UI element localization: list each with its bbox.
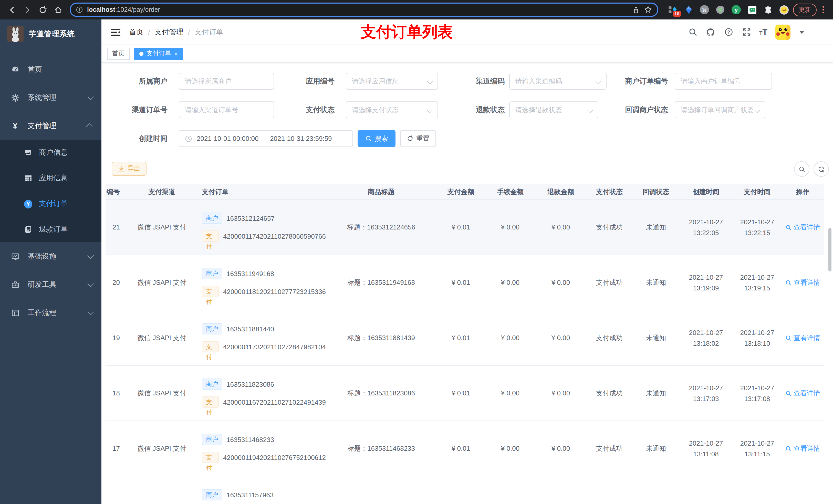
sidebar-item-pay-order[interactable]: ¥ 支付订单 [0, 191, 101, 217]
close-icon[interactable]: × [174, 50, 178, 56]
pay-tag: 支付 [202, 341, 219, 352]
search-button[interactable]: 搜索 [358, 130, 396, 147]
github-icon[interactable] [706, 27, 716, 37]
sidebar-item-workflow[interactable]: 工作流程 [0, 298, 101, 327]
documents-icon [24, 225, 32, 234]
shop-icon [24, 148, 32, 157]
sidebar-fold-icon[interactable] [109, 25, 123, 39]
export-button[interactable]: 导出 [112, 162, 146, 176]
sidebar-item-infra[interactable]: 基础设施 [0, 242, 101, 270]
sidebar-item-devtools[interactable]: 研发工具 [0, 270, 101, 298]
create-time-range-picker[interactable]: 2021-10-01 00:00:00 - 2021-10-31 23:59:5… [179, 130, 353, 147]
order-id-cell [105, 476, 126, 504]
extension-chat-icon[interactable] [747, 5, 757, 15]
pay-channel-cell: 微信 JSAPI 支付 [126, 255, 198, 310]
breadcrumb-pay-mgmt[interactable]: 支付管理 [155, 27, 184, 37]
reload-button[interactable] [36, 3, 49, 16]
tag-home[interactable]: 首页 [107, 47, 129, 60]
toggle-search-button[interactable] [794, 161, 809, 177]
chevron-down-icon [87, 252, 94, 259]
filter-label-refund-status: 退款状态 [461, 101, 505, 118]
dashboard-icon [11, 65, 20, 74]
fee-amount-cell [485, 476, 536, 504]
fee-amount-cell: ¥ 0.00 [485, 310, 536, 365]
extension-dot-icon[interactable] [715, 5, 725, 15]
user-menu-caret-icon[interactable] [799, 30, 804, 33]
pay-time-cell: 2021-10-2713:19:15 [733, 255, 782, 310]
view-detail-link[interactable]: 查看详情 [785, 444, 820, 453]
merchant-order-no: 1635311468233 [227, 436, 274, 443]
content: 所属商户 请选择所属商户 应用编号 请选择应用信息 渠道编码 请输入渠道编码 商… [101, 63, 833, 504]
merchant-order-no: 1635311881440 [227, 325, 274, 333]
view-detail-link[interactable]: 查看详情 [785, 333, 820, 342]
tag-pay-order[interactable]: 支付订单 × [134, 47, 183, 60]
filter-label-pay-status: 支付状态 [287, 101, 335, 118]
browser-update-button[interactable]: 更新 [793, 3, 817, 16]
sidebar-logo[interactable]: 芋道管理系统 [0, 20, 101, 48]
share-icon[interactable] [632, 6, 640, 14]
extension-emoji-icon[interactable] [779, 5, 789, 15]
home-button[interactable] [51, 3, 65, 16]
refund-status-select[interactable]: 请选择退款状态 [509, 101, 598, 118]
view-detail-link[interactable]: 查看详情 [785, 388, 820, 398]
search-icon[interactable] [688, 27, 698, 37]
help-icon[interactable]: ? [723, 27, 734, 37]
extension-y-icon[interactable]: y [731, 5, 741, 15]
font-size-icon[interactable]: TT [759, 27, 767, 37]
back-button[interactable] [5, 3, 19, 16]
channel-order-no-input[interactable]: 请输入渠道订单号 [179, 101, 274, 118]
reset-button[interactable]: 重置 [400, 130, 436, 147]
clock-icon [185, 135, 192, 142]
pay-order-no: 4200001174202110278060590766 [223, 232, 326, 240]
order-id-cell: 20 [105, 255, 126, 310]
extension-puzzle-icon[interactable] [763, 5, 773, 15]
pay-status-cell: 支付成功 [586, 421, 633, 476]
sidebar-item-app-info[interactable]: 应用信息 [0, 165, 101, 191]
sidebar: 芋道管理系统 首页 系统管理 ¥ 支付管 [0, 20, 101, 504]
col-amount: 支付金额 [436, 184, 485, 199]
extension-kite-icon[interactable] [684, 5, 694, 15]
page: localhost:1024/pay/order 10 ⌘ y [0, 0, 833, 504]
bookmark-star-icon[interactable] [644, 6, 652, 14]
avatar[interactable] [775, 24, 790, 40]
channel-code-select[interactable]: 请输入渠道编码 [509, 73, 606, 90]
pay-tag: 支付 [202, 397, 219, 408]
notify-status-select[interactable]: 请选择订单回调商户状态 [675, 101, 765, 118]
table-row: 17 微信 JSAPI 支付 商户 1635311468233 支付 42000… [105, 421, 824, 476]
merchant-select[interactable]: 请选择所属商户 [179, 73, 274, 90]
merchant-order-no: 1635311157963 [227, 491, 273, 499]
url-bar[interactable]: localhost:1024/pay/order [70, 3, 658, 17]
refund-amount-cell: ¥ 0.00 [536, 310, 586, 365]
app-select[interactable]: 请选择应用信息 [346, 73, 438, 90]
sidebar-item-label: 首页 [28, 65, 92, 74]
forward-button[interactable] [21, 3, 34, 16]
view-detail-link[interactable]: 查看详情 [785, 278, 820, 287]
sidebar-item-refund-order[interactable]: 退款订单 [0, 217, 101, 242]
merchant-order-no-input[interactable]: 请输入商户订单编号 [675, 73, 772, 90]
sidebar-item-system[interactable]: 系统管理 [0, 83, 101, 112]
scrollbar-thumb[interactable] [828, 228, 831, 271]
pay-order-cell: 商户 1635312124657 支付 42000011742021102780… [198, 200, 326, 255]
filter-label-channel-code: 渠道编码 [461, 73, 505, 90]
pay-status-select[interactable]: 请选择支付状态 [346, 101, 438, 118]
breadcrumb-home[interactable]: 首页 [129, 27, 143, 37]
chevron-down-icon [87, 94, 94, 100]
browser-menu-icon[interactable] [819, 5, 828, 15]
product-title-cell: 标题：1635311949168 [326, 255, 436, 310]
extension-command-icon[interactable]: ⌘ [699, 5, 710, 15]
refresh-button[interactable] [813, 161, 829, 177]
view-detail-link[interactable]: 查看详情 [785, 222, 820, 232]
notify-status-cell: 未通知 [633, 255, 679, 310]
refund-amount-cell: ¥ 0.00 [536, 200, 586, 255]
gear-icon [11, 93, 20, 102]
extension-squares-icon[interactable]: 10 [668, 5, 678, 15]
site-info-icon[interactable] [76, 6, 83, 13]
col-action: 操作 [782, 184, 824, 199]
pay-order-no: 4200001173202110272847982104 [223, 343, 326, 351]
col-refund: 退款金额 [536, 184, 586, 199]
pay-tag: 支付 [202, 231, 219, 242]
fullscreen-icon[interactable] [741, 27, 752, 37]
sidebar-item-home[interactable]: 首页 [0, 55, 101, 83]
sidebar-item-merchant-info[interactable]: 商户信息 [0, 140, 101, 165]
sidebar-item-pay[interactable]: ¥ 支付管理 [0, 112, 101, 140]
